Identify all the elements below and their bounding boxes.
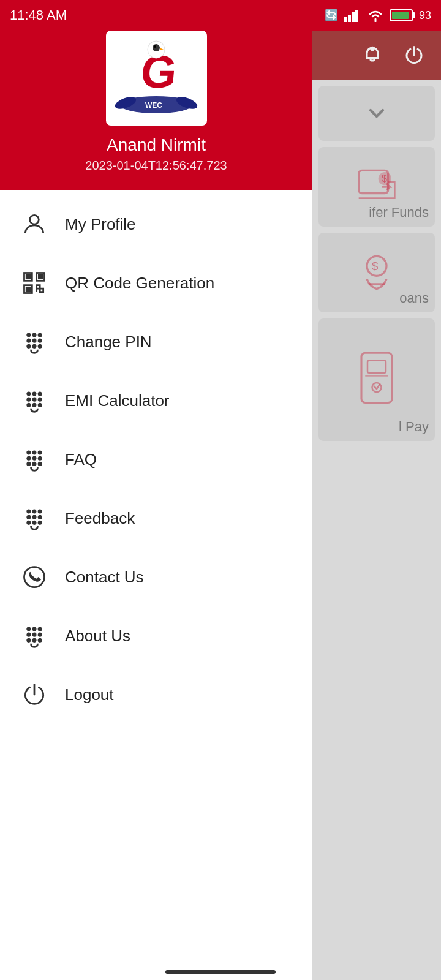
svg-rect-18 — [26, 275, 30, 279]
right-card-loans: $ oans — [318, 233, 435, 312]
qr-code-label: QR Code Generation — [65, 274, 214, 293]
chevron-down-icon — [364, 101, 389, 126]
keypad-pin-icon — [18, 326, 50, 358]
svg-point-44 — [39, 457, 41, 459]
svg-point-49 — [33, 510, 36, 513]
sync-icon: 🔄 — [325, 9, 338, 22]
svg-point-27 — [28, 345, 30, 347]
battery-fill — [392, 12, 409, 19]
change-pin-label: Change PIN — [65, 333, 152, 352]
loans-icon: $ — [352, 248, 401, 297]
menu-item-change-pin[interactable]: Change PIN — [0, 312, 312, 371]
svg-rect-20 — [26, 287, 30, 291]
svg-rect-1 — [348, 15, 351, 22]
svg-point-34 — [33, 398, 36, 401]
loans-text: oans — [399, 290, 429, 306]
app-logo: G WEC — [113, 39, 199, 118]
logout-label: Logout — [65, 685, 114, 704]
svg-point-56 — [39, 521, 41, 524]
svg-point-48 — [28, 510, 30, 513]
svg-point-65 — [33, 639, 36, 641]
menu-list: My Profile QR Code Generation — [0, 190, 312, 980]
status-time: 11:48 AM — [10, 7, 67, 23]
svg-text:$: $ — [382, 173, 387, 184]
svg-point-25 — [33, 339, 36, 342]
svg-point-28 — [33, 345, 36, 347]
svg-point-54 — [28, 521, 30, 524]
right-card-pay: l Pay — [318, 318, 435, 441]
person-icon — [18, 208, 50, 240]
svg-point-76 — [372, 383, 382, 392]
svg-point-60 — [39, 628, 41, 630]
svg-point-63 — [39, 633, 41, 636]
svg-rect-3 — [355, 10, 358, 22]
right-panel: $ ifer Funds $ oans l Pay — [312, 0, 441, 980]
svg-point-58 — [28, 628, 30, 630]
contact-us-label: Contact Us — [65, 568, 144, 587]
right-card-transfer: $ ifer Funds — [318, 147, 435, 227]
header-action-icons — [358, 40, 429, 70]
svg-point-11 — [153, 44, 160, 51]
about-us-label: About Us — [65, 627, 130, 646]
about-icon — [18, 620, 50, 652]
power-header-icon[interactable] — [399, 40, 429, 70]
user-date: 2023-01-04T12:56:47.723 — [85, 159, 227, 173]
status-icons: 🔄 93 — [325, 9, 431, 22]
menu-item-qr-code[interactable]: QR Code Generation — [0, 254, 312, 312]
my-profile-label: My Profile — [65, 215, 136, 234]
svg-point-57 — [24, 567, 45, 587]
menu-item-faq[interactable]: FAQ — [0, 430, 312, 489]
svg-point-47 — [39, 462, 41, 465]
svg-point-29 — [39, 345, 41, 347]
svg-point-45 — [28, 462, 30, 465]
svg-rect-67 — [371, 58, 374, 61]
phone-icon — [18, 561, 50, 593]
svg-point-14 — [30, 215, 39, 224]
dropdown-area[interactable] — [318, 86, 435, 141]
svg-text:$: $ — [372, 260, 379, 273]
svg-point-41 — [39, 451, 41, 454]
drawer: G WEC Anand Nirmit 2023-01-04T12:56:47.7… — [0, 0, 312, 980]
svg-point-64 — [28, 639, 30, 641]
power-icon — [18, 679, 50, 710]
svg-rect-0 — [344, 17, 347, 22]
svg-point-24 — [28, 339, 30, 342]
svg-point-66 — [39, 639, 41, 641]
user-name: Anand Nirmit — [107, 135, 206, 155]
emi-calculator-label: EMI Calculator — [65, 391, 170, 410]
svg-point-68 — [371, 47, 374, 50]
svg-point-59 — [33, 628, 36, 630]
svg-point-52 — [33, 516, 36, 518]
svg-point-23 — [39, 334, 41, 336]
notification-icon[interactable] — [358, 40, 387, 70]
pay-text: l Pay — [399, 419, 429, 435]
menu-item-logout[interactable]: Logout — [0, 665, 312, 724]
svg-point-37 — [33, 404, 36, 406]
svg-point-13 — [154, 45, 156, 48]
menu-item-about-us[interactable]: About Us — [0, 606, 312, 665]
avatar-container: G WEC — [106, 31, 207, 126]
right-body: $ ifer Funds $ oans l Pay — [312, 80, 441, 447]
svg-point-42 — [28, 457, 30, 459]
svg-rect-19 — [39, 275, 42, 279]
menu-item-contact-us[interactable]: Contact Us — [0, 548, 312, 606]
battery-percent: 93 — [419, 9, 431, 22]
svg-point-50 — [39, 510, 41, 513]
svg-point-33 — [28, 398, 30, 401]
home-indicator — [165, 970, 276, 974]
wifi-icon — [368, 9, 383, 22]
faq-label: FAQ — [65, 450, 97, 469]
svg-point-46 — [33, 462, 36, 465]
menu-item-emi-calculator[interactable]: EMI Calculator — [0, 371, 312, 430]
menu-item-feedback[interactable]: Feedback — [0, 489, 312, 548]
svg-point-30 — [28, 393, 30, 395]
qr-icon — [18, 267, 50, 299]
svg-point-55 — [33, 521, 36, 524]
battery-icon — [390, 9, 413, 21]
svg-point-35 — [39, 398, 41, 401]
status-bar: 11:48 AM 🔄 93 — [0, 0, 441, 31]
svg-point-53 — [39, 516, 41, 518]
pay-icon — [352, 349, 401, 410]
menu-item-my-profile[interactable]: My Profile — [0, 195, 312, 254]
feedback-icon — [18, 502, 50, 534]
